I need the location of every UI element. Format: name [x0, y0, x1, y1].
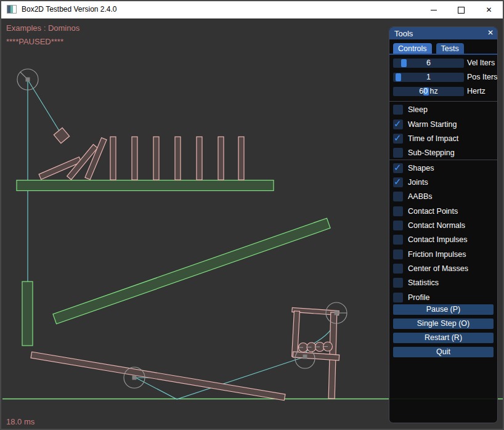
domino-7 [238, 137, 244, 180]
checkbox-label-contact-impulses: Contact Impulses [408, 235, 468, 245]
checkbox-sleep[interactable] [393, 105, 403, 115]
close-button[interactable]: ✕ [475, 1, 503, 18]
slider-label: Pos Iters [467, 73, 497, 82]
checkbox-contact-points[interactable] [393, 206, 403, 216]
checkbox-label-statistics: Statistics [408, 278, 439, 288]
domino-1 [110, 137, 116, 180]
slider-value: 1 [393, 73, 464, 82]
slider-label: Vel Iters [467, 59, 495, 68]
domino-2 [132, 137, 137, 180]
tab-controls[interactable]: Controls [393, 43, 432, 54]
restart-r-button[interactable]: Restart (R) [393, 333, 494, 343]
checkbox-contact-impulses[interactable] [393, 235, 403, 245]
checkbox-label-aabbs: AABBs [408, 192, 433, 201]
checkbox-aabbs[interactable] [393, 192, 403, 201]
single-step-o-button[interactable]: Single Step (O) [393, 318, 494, 329]
separator [389, 160, 497, 160]
minimize-icon [431, 10, 437, 10]
checkbox-friction-impulses[interactable] [393, 249, 403, 259]
checkbox-label-center-of-masses: Center of Masses [408, 264, 468, 274]
checkbox-label-contact-points: Contact Points [408, 206, 458, 216]
checkbox-sub-stepping[interactable] [393, 148, 403, 158]
tools-close-icon[interactable]: ✕ [487, 28, 494, 37]
checkbox-label-warm-starting: Warm Starting [408, 120, 457, 129]
checkbox-label-profile: Profile [408, 293, 429, 302]
checkbox-label-contact-normals: Contact Normals [408, 221, 465, 230]
app-icon [7, 5, 17, 14]
checkbox-shapes[interactable]: ✓ [393, 163, 403, 173]
checkbox-time-of-impact[interactable]: ✓ [393, 134, 403, 144]
joint-anchor-3 [335, 311, 339, 315]
angled-plank [53, 218, 330, 324]
tools-titlebar[interactable]: Tools ✕ [389, 27, 497, 39]
checkmark-icon: ✓ [394, 118, 402, 129]
paused-label: ****PAUSED**** [6, 37, 63, 46]
example-label: Examples : Dominos [6, 23, 79, 33]
checkbox-statistics[interactable] [393, 278, 403, 288]
os-titlebar[interactable]: Box2D Testbed Version 2.4.0 ✕ [1, 1, 503, 18]
frame-time-label: 18.0 ms [6, 417, 35, 426]
app-window: Examples : Dominos ****PAUSED**** 18.0 m… [0, 0, 504, 430]
checkbox-center-of-masses[interactable] [393, 264, 403, 274]
joint-anchor-4 [303, 355, 307, 359]
slider-value: 60 hz [393, 87, 464, 96]
tall-block [22, 282, 33, 346]
quit-button[interactable]: Quit [393, 347, 494, 357]
close-icon: ✕ [486, 6, 492, 14]
checkmark-icon: ✓ [394, 132, 402, 144]
pendulum-box [54, 128, 69, 143]
tab-tests[interactable]: Tests [436, 43, 464, 54]
window-title: Box2D Testbed Version 2.4.0 [22, 5, 117, 14]
slider-vel-iters[interactable]: 6 [393, 59, 464, 68]
slider-value: 6 [393, 59, 464, 68]
domino-5 [197, 137, 202, 180]
tab-bar: ControlsTests [393, 43, 464, 54]
checkbox-label-sub-stepping: Sub-Stepping [408, 148, 455, 158]
slider-label: Hertz [467, 87, 486, 96]
checkbox-warm-starting[interactable]: ✓ [393, 120, 403, 129]
checkmark-icon: ✓ [394, 176, 402, 187]
checkbox-label-sleep: Sleep [408, 105, 428, 115]
platform-shelf [17, 181, 274, 191]
frame-left-leg [292, 311, 300, 357]
joint-anchor-1 [26, 78, 30, 82]
domino-6 [218, 137, 224, 180]
slider-pos-iters[interactable]: 1 [393, 73, 464, 82]
minimize-button[interactable] [420, 1, 447, 18]
separator [389, 101, 497, 102]
checkbox-label-time-of-impact: Time of Impact [408, 134, 458, 144]
checkbox-label-shapes: Shapes [408, 163, 434, 173]
tools-title: Tools [394, 29, 413, 38]
domino-4 [175, 137, 181, 180]
checkbox-joints[interactable]: ✓ [393, 177, 403, 187]
domino-3 [153, 137, 159, 180]
checkmark-icon: ✓ [394, 162, 402, 173]
checkbox-contact-normals[interactable] [393, 221, 403, 230]
tab-underline [389, 54, 497, 55]
slider-hertz[interactable]: 60 hz [393, 87, 464, 96]
pause-p-button[interactable]: Pause (P) [393, 304, 494, 315]
checkbox-label-joints: Joints [408, 177, 428, 187]
tools-window: Tools ✕ ControlsTests 6Vel Iters1Pos Ite… [389, 26, 498, 423]
maximize-icon [458, 7, 465, 14]
maximize-button[interactable] [447, 1, 475, 18]
checkbox-label-friction-impulses: Friction Impulses [408, 249, 466, 259]
checkbox-profile[interactable] [393, 293, 403, 302]
joint-anchor-2 [132, 376, 137, 380]
